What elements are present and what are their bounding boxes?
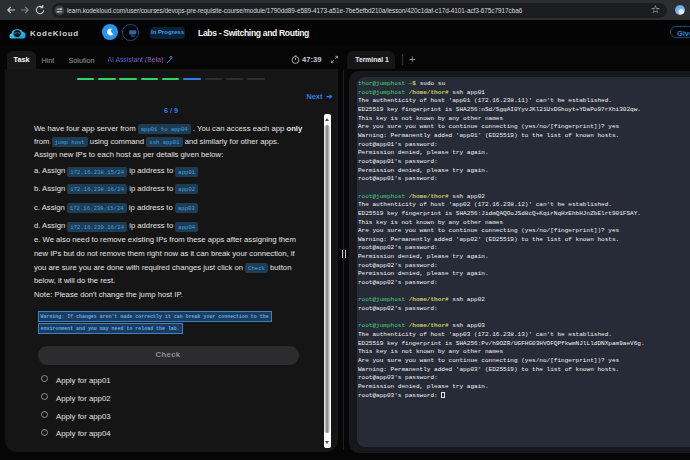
svg-text:<>: <> <box>15 31 21 36</box>
